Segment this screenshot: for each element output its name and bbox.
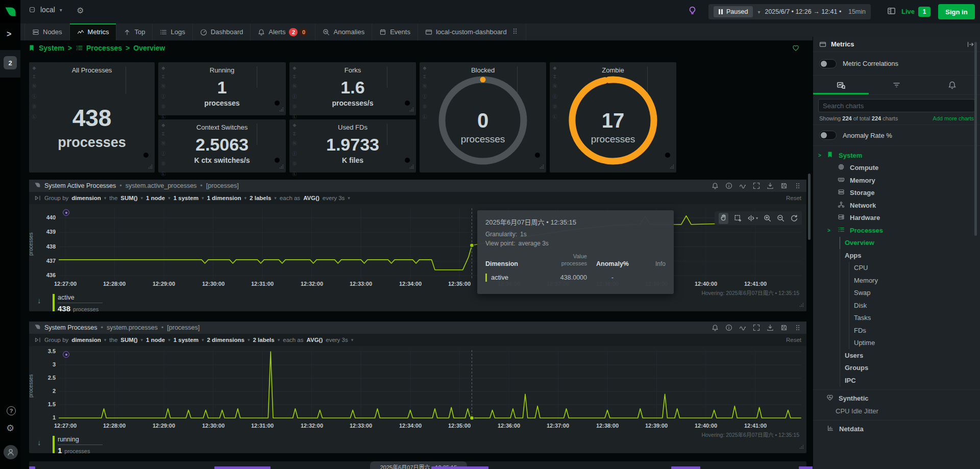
- aggregate-select[interactable]: SUM(): [120, 195, 137, 201]
- tree-item-fds[interactable]: FDs: [813, 324, 980, 337]
- reset-button[interactable]: Reset: [786, 195, 801, 201]
- group-by-select[interactable]: dimension: [71, 195, 101, 201]
- bell-icon[interactable]: [712, 324, 719, 331]
- labels-select[interactable]: 2 labels: [250, 195, 271, 201]
- tile-used-fds[interactable]: ◆ΣⓃⒾⒹⓁUsed FDs1.9733K files: [289, 119, 416, 172]
- tree-item-memory[interactable]: Memory: [813, 174, 980, 187]
- resize-grip-icon[interactable]: [279, 163, 284, 170]
- chevron-down-icon[interactable]: ▾: [202, 195, 204, 201]
- skip-end-icon[interactable]: [34, 194, 41, 202]
- tree-item-hardware[interactable]: Hardware: [813, 212, 980, 225]
- chevron-down-icon[interactable]: ▾: [244, 195, 247, 201]
- tab-filters[interactable]: [869, 76, 924, 94]
- save-icon[interactable]: [780, 324, 788, 331]
- user-avatar[interactable]: [4, 445, 18, 459]
- live-node-count-badge[interactable]: 1: [918, 7, 930, 17]
- tree-item-system[interactable]: >System: [813, 149, 980, 162]
- breadcrumb-item[interactable]: Overview: [133, 44, 165, 52]
- skip-end-icon[interactable]: [34, 336, 41, 343]
- tab-alerts[interactable]: Alerts20: [251, 23, 315, 40]
- tab-nodes[interactable]: Nodes: [24, 23, 70, 40]
- chevron-down-icon[interactable]: ▾: [202, 337, 204, 342]
- resize-grip-icon[interactable]: [148, 163, 153, 170]
- resize-grip-icon[interactable]: [670, 163, 674, 170]
- chevron-down-icon[interactable]: ▾: [168, 195, 170, 201]
- tree-item-synthetic[interactable]: Synthetic: [813, 392, 980, 405]
- tree-item-tasks[interactable]: Tasks: [813, 312, 980, 325]
- tree-item-ipc[interactable]: IPC: [813, 374, 980, 387]
- instances-select[interactable]: 1 system: [174, 195, 199, 201]
- date-range-picker[interactable]: Paused ▾ 2025/6/7 • 12:26 → 12:41 • 15mi…: [708, 4, 871, 19]
- plot-area[interactable]: [59, 350, 801, 422]
- chevron-down-icon[interactable]: ▾: [141, 195, 143, 201]
- help-icon[interactable]: ?: [7, 406, 16, 415]
- download-icon[interactable]: [767, 182, 774, 189]
- h-select-icon[interactable]: [747, 214, 755, 222]
- anomaly-corner-icon[interactable]: [664, 152, 671, 160]
- aggregate-select[interactable]: SUM(): [120, 337, 137, 343]
- tab-alerts[interactable]: [924, 76, 980, 94]
- chevron-down-icon[interactable]: ▾: [274, 195, 277, 201]
- tree-item-cpu[interactable]: CPU: [813, 262, 980, 275]
- netdata-logo[interactable]: [0, 0, 20, 23]
- resize-grip-icon[interactable]: [279, 106, 284, 113]
- tile-context-switches[interactable]: ◆ΣⓃⒾⒹⓁContext Switches2.5063K ctx switch…: [158, 119, 286, 172]
- node-settings-gear-icon[interactable]: ⚙: [77, 7, 84, 15]
- nodes-select[interactable]: 1 node: [146, 195, 165, 201]
- sidebar-scrollbar[interactable]: [974, 42, 977, 236]
- legend-dimension-name[interactable]: running: [58, 436, 103, 445]
- tree-item-swap[interactable]: Swap: [813, 287, 980, 300]
- tree-item-disk[interactable]: Disk: [813, 299, 980, 312]
- chevron-down-icon[interactable]: ▾: [278, 337, 280, 342]
- info-icon[interactable]: [725, 182, 732, 189]
- anomaly-rate-chip-icon[interactable]: [63, 209, 69, 216]
- time-aggregate-select[interactable]: AVG(): [307, 337, 323, 343]
- tree-item-compute[interactable]: Compute: [813, 162, 980, 175]
- group-by-select[interactable]: dimension: [71, 337, 101, 343]
- chevron-expanded-icon[interactable]: >: [827, 228, 830, 233]
- expand-sidebar-chevron[interactable]: >: [7, 30, 11, 39]
- layout-panes-icon[interactable]: [887, 7, 896, 15]
- tab-logs[interactable]: Logs: [153, 23, 192, 40]
- tree-item-uptime[interactable]: Uptime: [813, 337, 980, 350]
- info-icon[interactable]: [725, 324, 732, 331]
- anomalies-wave-icon[interactable]: [739, 182, 746, 189]
- breadcrumb-item[interactable]: Processes: [86, 44, 122, 52]
- resize-grip-icon[interactable]: [409, 106, 414, 113]
- tree-item-apps[interactable]: Apps: [813, 249, 980, 262]
- paused-pill[interactable]: Paused: [714, 6, 753, 17]
- search-charts-input[interactable]: [818, 99, 975, 112]
- tab-metrics[interactable]: Metrics: [70, 23, 117, 40]
- expand-icon[interactable]: [753, 182, 760, 189]
- tree-item-memory[interactable]: Memory: [813, 274, 980, 287]
- resize-grip-icon[interactable]: [799, 301, 804, 309]
- chevron-down-icon[interactable]: ▾: [104, 337, 107, 342]
- legend-dimension-name[interactable]: active: [58, 294, 103, 303]
- grip-icon[interactable]: [794, 182, 801, 189]
- reset-button[interactable]: Reset: [786, 337, 801, 343]
- tab-local-custom-dashboard[interactable]: local-custom-dashboard: [418, 23, 526, 40]
- settings-gear-icon[interactable]: ⚙: [6, 424, 14, 433]
- anomaly-rate-toggle[interactable]: [819, 131, 837, 140]
- tab-dashboard[interactable]: Dashboard: [193, 23, 251, 40]
- anomaly-rate-chip-icon[interactable]: [63, 351, 69, 358]
- anomaly-corner-icon[interactable]: [142, 152, 150, 160]
- grip-icon[interactable]: [511, 28, 519, 35]
- resize-grip-icon[interactable]: [409, 163, 414, 170]
- legend-sort-arrow-icon[interactable]: ↓: [37, 438, 41, 447]
- bell-icon[interactable]: [712, 182, 719, 189]
- grip-icon[interactable]: [794, 324, 801, 331]
- chevron-expanded-icon[interactable]: >: [818, 153, 821, 158]
- tree-item-netdata[interactable]: Netdata: [813, 423, 980, 436]
- anomalies-wave-icon[interactable]: [739, 324, 746, 331]
- instances-select[interactable]: 1 system: [174, 337, 199, 343]
- collapse-sidebar-icon[interactable]: [967, 41, 974, 48]
- chevron-down-icon[interactable]: ▾: [248, 337, 250, 342]
- dimensions-select[interactable]: 1 dimension: [207, 195, 241, 201]
- time-aggregate-select[interactable]: AVG(): [303, 195, 320, 201]
- tab-events[interactable]: Events: [372, 23, 418, 40]
- tab-charts-search[interactable]: [813, 76, 869, 94]
- download-icon[interactable]: [767, 324, 774, 331]
- tile-all-processes[interactable]: ◆ΣⓃⒾⒹⓁAll Processes438processes: [29, 62, 155, 172]
- nodes-select[interactable]: 1 node: [146, 337, 165, 343]
